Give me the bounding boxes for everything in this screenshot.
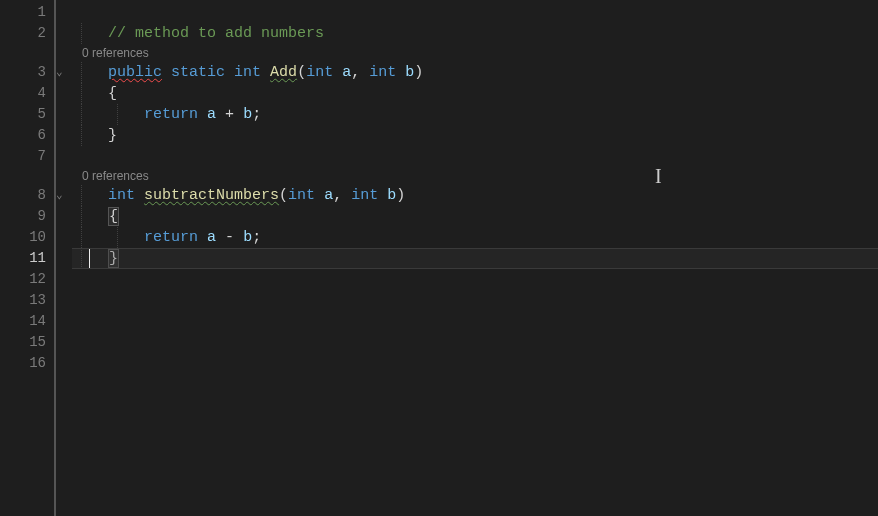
line-number: 1 [0,2,54,23]
code-line[interactable]: // method to add numbers [72,23,878,44]
line-number: 15 [0,332,54,353]
code-line[interactable] [72,269,878,290]
line-number: 11 [0,248,54,269]
line-number: 3 [0,62,54,83]
code-line[interactable] [72,290,878,311]
line-number: 13 [0,290,54,311]
line-number: 14 [0,311,54,332]
line-number-gutter: 1 2 3 4 5 6 7 8 9 10 11 12 13 14 15 16 [0,0,54,516]
line-number: 8 [0,185,54,206]
text-cursor [89,249,90,268]
line-number: 7 [0,146,54,167]
line-number: 2 [0,23,54,44]
code-line[interactable]: } [72,125,878,146]
active-line-highlight [72,248,878,269]
codelens-references[interactable]: 0 references [72,167,878,185]
code-line[interactable]: public static int Add(int a, int b) [72,62,878,83]
code-line[interactable]: { [72,83,878,104]
line-number: 10 [0,227,54,248]
codelens-references[interactable]: 0 references [72,44,878,62]
chevron-down-icon[interactable]: ⌄ [56,185,63,206]
code-line[interactable] [72,2,878,23]
code-editor[interactable]: 1 2 3 4 5 6 7 8 9 10 11 12 13 14 15 16 ⌄… [0,0,878,516]
code-line[interactable] [72,332,878,353]
line-number: 5 [0,104,54,125]
code-line[interactable]: } [72,248,878,269]
chevron-down-icon[interactable]: ⌄ [56,62,63,83]
line-number: 16 [0,353,54,374]
code-line[interactable]: return a + b; [72,104,878,125]
comment-text: // method to add numbers [108,25,324,42]
code-line[interactable] [72,311,878,332]
line-number: 12 [0,269,54,290]
line-number: 9 [0,206,54,227]
code-line[interactable] [72,353,878,374]
code-line[interactable] [72,146,878,167]
line-number: 6 [0,125,54,146]
code-line[interactable]: { [72,206,878,227]
code-line[interactable]: int subtractNumbers(int a, int b) [72,185,878,206]
code-area[interactable]: // method to add numbers 0 references pu… [72,0,878,516]
line-number: 4 [0,83,54,104]
fold-gutter: ⌄ ⌄ [58,0,72,516]
code-line[interactable]: return a - b; [72,227,878,248]
